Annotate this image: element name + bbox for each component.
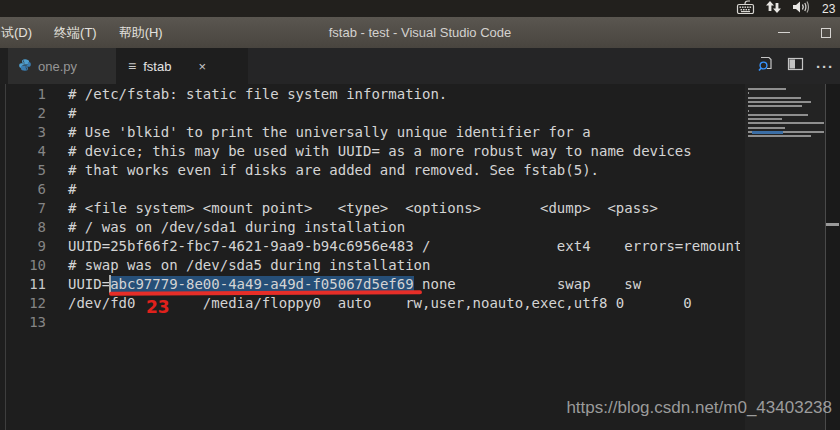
sidebar-edge (0, 48, 8, 84)
tab-label: one.py (38, 59, 77, 74)
menu-help[interactable]: 帮助(H) (108, 17, 174, 48)
code-line[interactable]: 10# swap was on /dev/sda5 during install… (0, 256, 740, 275)
csdn-watermark: https://blog.csdn.net/m0_43403238 (566, 398, 832, 418)
line-text: # <file system> <mount point> <type> <op… (46, 199, 658, 218)
line-text: # Use 'blkid' to print the universally u… (46, 123, 591, 142)
minimize-icon (778, 32, 790, 33)
code-line[interactable]: 3# Use 'blkid' to print the universally … (0, 123, 740, 142)
line-text: # device; this may be used with UUID= as… (46, 142, 692, 161)
clock-text: 23 (822, 2, 838, 16)
line-number[interactable]: 13 (0, 313, 46, 332)
line-number[interactable]: 3 (0, 123, 46, 142)
line-text: /dev/fd0 /media/floppy0 auto rw,user,noa… (46, 294, 692, 313)
system-top-bar: 23 (0, 0, 840, 17)
line-number[interactable]: 5 (0, 161, 46, 180)
code-line[interactable]: 4# device; this may be used with UUID= a… (0, 142, 740, 161)
code-line[interactable]: 5# that works even if disks are added an… (0, 161, 740, 180)
minimap-line (748, 114, 808, 116)
overview-ruler-marker (826, 223, 839, 226)
line-number[interactable]: 4 (0, 142, 46, 161)
minimap-line (748, 88, 786, 90)
system-tray: 23 (736, 0, 840, 17)
code-line[interactable]: 12/dev/fd0 /media/floppy0 auto rw,user,n… (0, 294, 740, 313)
minimap-line (748, 97, 801, 99)
tab-one-py[interactable]: one.py (8, 48, 116, 84)
line-number[interactable]: 10 (0, 256, 46, 275)
minimap-line (748, 135, 811, 137)
minimap-line (748, 105, 802, 107)
code-line[interactable]: 1# /etc/fstab: static file system inform… (0, 85, 740, 104)
code-line[interactable]: 6# (0, 180, 740, 199)
more-actions-icon[interactable]: ··· (816, 58, 834, 75)
line-number[interactable]: 8 (0, 218, 46, 237)
list-file-icon: ≡ (128, 58, 136, 74)
minimap-line (748, 118, 782, 120)
maximize-button[interactable] (812, 17, 840, 48)
annotation-count-label: 23 (146, 297, 170, 317)
editor-tabbar: one.py ≡ fstab × ··· (0, 48, 840, 84)
tab-fstab[interactable]: ≡ fstab × (116, 48, 248, 84)
minimap-line (748, 92, 749, 94)
line-number[interactable]: 6 (0, 180, 46, 199)
code-line[interactable]: 7# <file system> <mount point> <type> <o… (0, 199, 740, 218)
line-text: UUID=25bf66f2-fbc7-4621-9aa9-b94c6956e48… (46, 237, 740, 256)
network-updown-arrows-icon[interactable] (765, 0, 782, 18)
window-titlebar: 试(D) 终端(T) 帮助(H) fstab - test - Visual S… (0, 17, 840, 48)
window-title: fstab - test - Visual Studio Code (329, 17, 512, 48)
keyboard-icon[interactable] (736, 0, 755, 18)
menubar: 试(D) 终端(T) 帮助(H) (0, 17, 174, 48)
tab-label: fstab (143, 59, 171, 74)
vscode-window: 23 试(D) 终端(T) 帮助(H) fstab - test - Visua… (0, 0, 840, 430)
minimap-line (748, 122, 824, 124)
minimap-line (748, 110, 749, 112)
menu-debug[interactable]: 试(D) (0, 17, 43, 48)
overview-ruler[interactable] (826, 84, 840, 430)
line-text: # swap was on /dev/sda5 during installat… (46, 256, 430, 275)
close-tab-icon[interactable]: × (192, 59, 212, 74)
minimap-line (748, 101, 811, 103)
editor-actions: ··· (757, 48, 834, 84)
line-number[interactable]: 12 (0, 294, 46, 313)
code-line[interactable]: 9UUID=25bf66f2-fbc7-4621-9aa9-b94c6956e4… (0, 237, 740, 256)
split-editor-icon[interactable] (787, 56, 804, 76)
line-number[interactable]: 1 (0, 85, 46, 104)
line-text: # / was on /dev/sda1 during installation (46, 218, 405, 237)
maximize-icon (821, 28, 831, 38)
minimap[interactable] (745, 84, 825, 430)
volume-icon[interactable] (792, 0, 812, 18)
menu-terminal[interactable]: 终端(T) (43, 17, 108, 48)
open-preview-icon[interactable] (757, 55, 775, 77)
line-text: # that works even if disks are added and… (46, 161, 599, 180)
text-cursor (109, 275, 111, 293)
minimap-selection-marker (752, 131, 783, 134)
line-text: # (46, 180, 76, 199)
code-line[interactable]: 13 (0, 313, 740, 332)
line-text (46, 313, 68, 332)
line-text: # (46, 104, 76, 123)
line-number[interactable]: 2 (0, 104, 46, 123)
editor-pane[interactable]: 1# /etc/fstab: static file system inform… (0, 84, 840, 430)
code-line[interactable]: 8# / was on /dev/sda1 during installatio… (0, 218, 740, 237)
minimap-line (748, 127, 785, 129)
code-rows[interactable]: 1# /etc/fstab: static file system inform… (0, 85, 740, 430)
minimize-button[interactable] (770, 17, 798, 48)
line-number[interactable]: 11 (0, 275, 46, 294)
python-file-icon (18, 58, 32, 75)
line-text: # /etc/fstab: static file system informa… (46, 85, 447, 104)
line-number[interactable]: 9 (0, 237, 46, 256)
code-line[interactable]: 2# (0, 104, 740, 123)
line-number[interactable]: 7 (0, 199, 46, 218)
